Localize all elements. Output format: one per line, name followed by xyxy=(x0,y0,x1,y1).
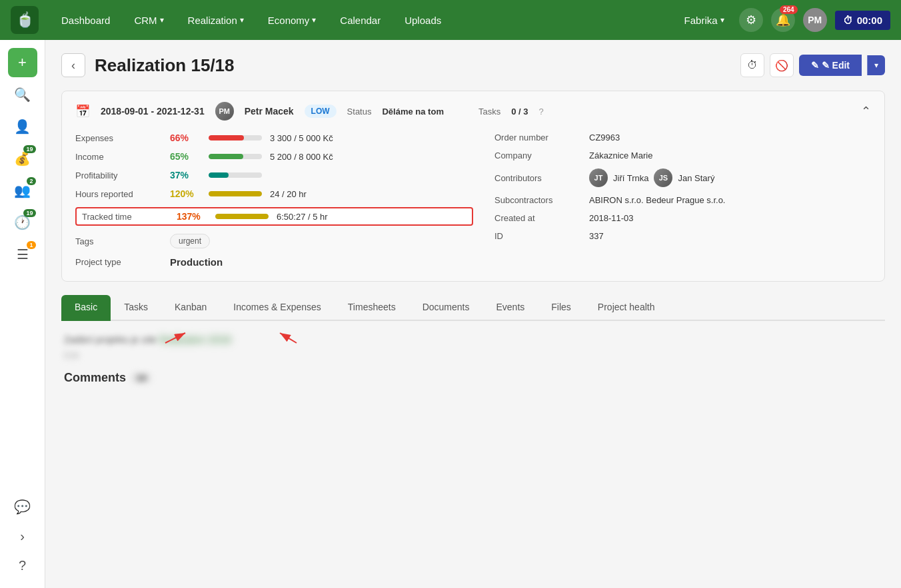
company-selector[interactable]: Fabrika ▾ xyxy=(678,11,731,30)
clock-icon-button[interactable]: ⏱ xyxy=(740,53,764,77)
tracked-value: 6:50:27 / 5 hr xyxy=(277,212,328,222)
edit-icon: ✎ xyxy=(811,60,819,71)
created-value: 2018-11-03 xyxy=(589,213,634,223)
expenses-value: 3 300 / 5 000 Kč xyxy=(270,133,333,143)
id-row: ID 337 xyxy=(494,231,871,241)
sidebar-item-add[interactable]: + xyxy=(8,48,37,77)
hours-progress xyxy=(209,191,262,196)
menu-badge: 1 xyxy=(27,241,35,249)
created-label: Created at xyxy=(494,213,581,223)
id-label: ID xyxy=(494,231,581,241)
created-row: Created at 2018-11-03 xyxy=(494,213,871,223)
nav-dashboard[interactable]: Dashboard xyxy=(52,11,119,30)
sidebar-item-menu[interactable]: ☰ 1 xyxy=(8,240,37,269)
nav-crm[interactable]: CRM ▾ xyxy=(125,11,173,30)
content-edit-link: Edit xyxy=(64,350,882,360)
hours-value: 24 / 20 hr xyxy=(270,189,307,199)
subcontractors-row: Subcontractors ABIRON s.r.o. Bedeur Prag… xyxy=(494,195,871,205)
sidebar-item-expand[interactable]: › xyxy=(8,521,37,551)
sidebar-item-team[interactable]: 👥 2 xyxy=(8,176,37,205)
chevron-down-icon: ▾ xyxy=(720,15,724,25)
company-value: Zákaznice Marie xyxy=(589,150,652,160)
id-value: 337 xyxy=(589,231,604,241)
top-navigation: 🍵 Dashboard CRM ▾ Realization ▾ Economy … xyxy=(0,0,901,40)
tab-incomes-expenses[interactable]: Incomes & Expenses xyxy=(220,295,335,321)
tab-basic[interactable]: Basic xyxy=(61,295,111,321)
income-pct: 65% xyxy=(170,151,201,162)
collapse-button[interactable]: ⌃ xyxy=(861,104,871,119)
avatar[interactable]: PM xyxy=(803,8,827,32)
tracked-time-row: Tracked time 137% 6:50:27 / 5 hr xyxy=(75,207,473,226)
eye-slash-icon-button[interactable]: 🚫 xyxy=(770,53,794,77)
contributors-label: Contributors xyxy=(494,173,581,183)
page-header: ‹ Realization 15/18 ⏱ 🚫 ✎ ✎ Edit ▾ xyxy=(61,53,885,77)
main-content: ‹ Realization 15/18 ⏱ 🚫 ✎ ✎ Edit ▾ 📅 201… xyxy=(45,40,901,588)
chevron-down-icon: ▾ xyxy=(160,15,164,25)
back-button[interactable]: ‹ xyxy=(61,53,85,77)
person-avatar: PM xyxy=(215,102,234,121)
sidebar-item-help[interactable]: ? xyxy=(8,551,37,580)
tag-urgent[interactable]: urgent xyxy=(170,234,210,248)
comments-count: 10 xyxy=(131,372,151,384)
edit-dropdown-button[interactable]: ▾ xyxy=(867,55,885,75)
order-row: Order number CZ9963 xyxy=(494,133,871,143)
expenses-progress xyxy=(209,135,262,141)
contributor-avatar-1: JT xyxy=(589,168,608,187)
contributors-list: JT Jiří Trnka JS Jan Starý xyxy=(589,168,714,187)
calendar-icon: 📅 xyxy=(75,104,90,119)
tab-project-health[interactable]: Project health xyxy=(584,295,668,321)
edit-button[interactable]: ✎ ✎ Edit xyxy=(799,55,862,76)
tasks-value: 0 / 3 xyxy=(511,107,528,117)
hours-label: Hours reported xyxy=(75,189,162,199)
sidebar-item-search[interactable]: 🔍 xyxy=(8,80,37,109)
tab-timesheets[interactable]: Timesheets xyxy=(335,295,409,321)
status-value: Děláme na tom xyxy=(382,107,443,117)
nav-calendar[interactable]: Calendar xyxy=(331,11,390,30)
nav-realization[interactable]: Realization ▾ xyxy=(179,11,253,30)
tab-documents[interactable]: Documents xyxy=(409,295,483,321)
tabs-bar: Basic Tasks Kanban Incomes & Expenses Ti… xyxy=(61,295,885,321)
settings-icon[interactable]: ⚙ xyxy=(739,8,763,32)
tab-files[interactable]: Files xyxy=(538,295,584,321)
tab-tasks[interactable]: Tasks xyxy=(111,295,161,321)
subcontractors-label: Subcontractors xyxy=(494,195,581,205)
metrics-left: Expenses 66% 3 300 / 5 000 Kč Income 65% xyxy=(75,133,473,268)
time-badge: 19 xyxy=(23,209,35,217)
tags-label: Tags xyxy=(75,236,162,246)
logo[interactable]: 🍵 xyxy=(11,6,39,34)
nav-economy[interactable]: Economy ▾ xyxy=(259,11,326,30)
order-value: CZ9963 xyxy=(589,133,620,143)
tracked-pct: 137% xyxy=(177,211,207,222)
tab-events[interactable]: Events xyxy=(482,295,538,321)
sidebar-item-finance[interactable]: 💰 19 xyxy=(8,144,37,173)
profitability-label: Profitability xyxy=(75,170,162,180)
project-type-row: Project type Production xyxy=(75,256,473,268)
comments-title: Comments 10 xyxy=(64,371,882,385)
timer-button[interactable]: ⏱ 00:00 xyxy=(835,11,890,30)
project-meta-row: 📅 2018-09-01 - 2021-12-31 PM Petr Macek … xyxy=(75,102,871,121)
expenses-row: Expenses 66% 3 300 / 5 000 Kč xyxy=(75,133,473,143)
tracked-progress xyxy=(215,214,269,219)
tab-kanban[interactable]: Kanban xyxy=(161,295,220,321)
hours-pct: 120% xyxy=(170,188,201,199)
person-name: Petr Macek xyxy=(245,106,294,117)
contributor-2-name: Jan Starý xyxy=(678,173,714,183)
expenses-label: Expenses xyxy=(75,133,162,143)
metrics-grid: Expenses 66% 3 300 / 5 000 Kč Income 65% xyxy=(75,133,871,268)
contributor-1-name: Jiří Trnka xyxy=(613,173,648,183)
sidebar-item-chat[interactable]: 💬 xyxy=(8,492,37,521)
priority-badge: LOW xyxy=(305,105,337,118)
sidebar-item-user[interactable]: 👤 xyxy=(8,112,37,141)
tasks-help[interactable]: ? xyxy=(538,107,543,117)
logo-icon: 🍵 xyxy=(16,11,34,29)
income-progress xyxy=(209,154,262,159)
contributor-avatar-2: JS xyxy=(654,168,672,187)
nav-uploads[interactable]: Uploads xyxy=(395,11,450,30)
notification-badge: 264 xyxy=(780,5,798,14)
sidebar-item-time[interactable]: 🕐 19 xyxy=(8,208,37,237)
expenses-pct: 66% xyxy=(170,133,201,143)
tags-row: Tags urgent xyxy=(75,234,473,248)
tasks-label: Tasks xyxy=(478,107,500,117)
status-label: Status xyxy=(347,107,372,117)
company-label: Company xyxy=(494,150,581,160)
